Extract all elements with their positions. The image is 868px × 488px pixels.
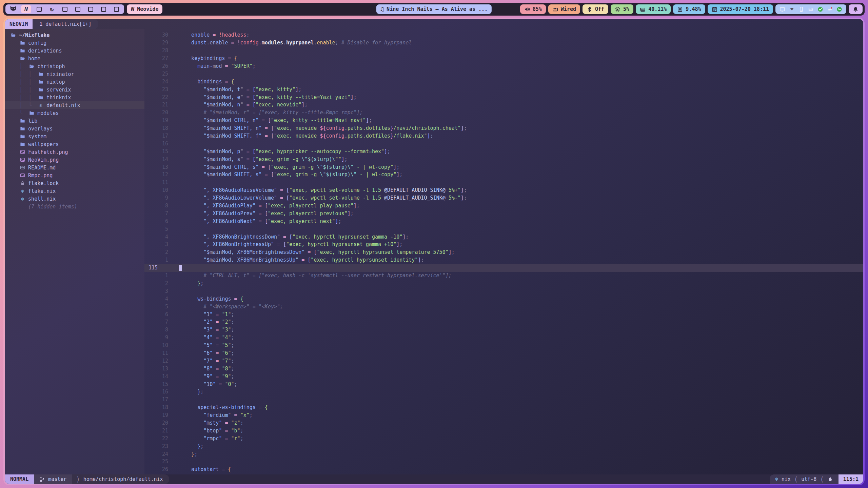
tray-phone-icon[interactable] [798,6,804,12]
tree-item-servenix[interactable]: │ │ servenix [5,86,144,94]
code-line[interactable]: 16 }; [144,388,863,396]
code-line[interactable]: 3 [144,287,863,295]
workspace-4[interactable]: ↻ [45,4,58,14]
code-line[interactable]: 23 }; [144,442,863,450]
tree-item-derivations[interactable]: derivations [5,47,144,55]
notifications-button[interactable] [849,4,863,14]
code-line[interactable]: 14 "9" = "9"; [144,372,863,380]
code-line[interactable]: 2 "$mainMod, XF86MonBrightnessDown" = ["… [144,248,863,256]
code-line[interactable]: 7 "2" = "2"; [144,318,863,326]
active-window-title[interactable]: N Neovide [127,4,162,14]
tree-item-flake.lock[interactable]: flake.lock [5,179,144,187]
code-line[interactable]: 23 "$mainMod, t" = ["exec, kitty"]; [144,85,863,93]
workspace-switcher[interactable]: N↻ [5,4,124,14]
workspace-8[interactable] [97,4,110,14]
tree-item-home[interactable]: home [5,55,144,62]
tree-item-flake.nix[interactable]: ❄flake.nix [5,187,144,195]
code-line[interactable]: 5 [144,225,863,233]
code-line[interactable]: 20 # "$mainMod, r" = ["exec, kitty --tit… [144,109,863,117]
network-pill[interactable]: Wired [548,4,580,14]
workspace-1[interactable] [7,4,20,14]
disk-pill[interactable]: 9.48% [673,4,705,14]
code-line[interactable]: 10 ", XF86AudioRaiseVolume" = ["exec, wp… [144,186,863,194]
code-line[interactable]: 11 [144,179,863,186]
workspace-3[interactable] [33,4,45,14]
code-line[interactable]: 19 "ferdium" = "x"; [144,411,863,419]
memory-pill[interactable]: 40.11% [636,4,671,14]
bluetooth-pill[interactable]: Off [583,4,608,14]
code-line[interactable]: 4 ", XF86MonBrightnessDown" = ["exec, hy… [144,233,863,241]
tray-keyboard-icon[interactable] [808,6,814,12]
tree-item-overlays[interactable]: overlays [5,125,144,133]
tree-item-nixinator[interactable]: │ │ nixinator [5,70,144,78]
tree-item-christoph[interactable]: │ christoph [5,62,144,70]
tree-item-modules[interactable]: └ modules [5,109,144,117]
code-line[interactable]: 28 [144,47,863,55]
code-line[interactable]: 4 ws-bindings = { [144,295,863,303]
code-line[interactable]: 5 # "<Workspace>" = "<Key>"; [144,303,863,310]
code-line[interactable]: 16 [144,140,863,147]
workspace-7[interactable] [84,4,97,14]
workspace-2[interactable]: N [20,4,33,14]
workspace-5[interactable] [58,4,71,14]
code-line[interactable]: 29 dunst.enable = !config.modules.hyprpa… [144,39,863,47]
tree-item-default.nix[interactable]: │ └ ❄default.nix [5,101,144,109]
code-line[interactable]: 15 "10" = "0"; [144,380,863,388]
code-line[interactable]: 20 "msty" = "z"; [144,419,863,427]
code-line[interactable]: 8 ", XF86AudioPlay" = ["exec, playerctl … [144,202,863,210]
tree-item-nixtop[interactable]: │ │ nixtop [5,78,144,86]
tree-item--7-hidden-items-[interactable]: (7 hidden items) [5,203,144,210]
cursor-line[interactable]: 115 [144,264,863,272]
code-line[interactable]: 1 # "CTRL ALT, t" = ["exec, bash -c 'sys… [144,272,863,280]
code-line[interactable]: 26 autostart = { [144,466,863,473]
code-line[interactable]: 10 "5" = "5"; [144,342,863,349]
code-line[interactable]: 12 "7" = "7"; [144,357,863,365]
code-line[interactable]: 1 "$mainMod, XF86MonBrightnessUp" = ["ex… [144,256,863,264]
code-line[interactable]: 24 }; [144,450,863,458]
code-line[interactable]: 3 ", XF86MonBrightnessUp" = ["exec, hypr… [144,241,863,248]
tree-item-wallpapers[interactable]: wallpapers [5,140,144,148]
tree-item-system[interactable]: system [5,133,144,140]
tree-item-thinknix[interactable]: │ │ thinknix [5,94,144,101]
code-line[interactable]: 13 "$mainMod CTRL, s" = ["exec, grim -g … [144,163,863,171]
code-line[interactable]: 17 "$mainMod SHIFT, f" = ["exec, neovide… [144,132,863,140]
code-line[interactable]: 2 }; [144,280,863,287]
code-line[interactable]: 22 "rmpc" = "r"; [144,434,863,442]
code-line[interactable]: 14 "$mainMod, s" = ["exec, grim -g \"$(s… [144,155,863,163]
workspace-9[interactable] [110,4,123,14]
code-line[interactable]: 7 ", XF86AudioPrev" = ["exec, playerctl … [144,209,863,217]
code-line[interactable]: 22 "$mainMod, e" = ["exec, kitty --title… [144,93,863,101]
tray-mouse-icon[interactable] [827,6,833,12]
code-line[interactable]: 18 special-ws-bindings = { [144,404,863,411]
tray-triangle-icon[interactable] [789,6,795,12]
tree-item-shell.nix[interactable]: ❄shell.nix [5,195,144,203]
code-line[interactable]: 25 [144,458,863,466]
code-line[interactable]: 25 [144,70,863,78]
tree-item-neovim.png[interactable]: NeoVim.png [5,156,144,164]
code-line[interactable]: 13 "8" = "8"; [144,365,863,372]
tray-check-icon[interactable] [817,6,823,12]
code-line[interactable]: 26 main-mod = "SUPER"; [144,62,863,70]
code-line[interactable]: 27 keybindings = { [144,55,863,62]
clock-pill[interactable]: 2025-07-20 18:11 [708,4,773,14]
code-line[interactable]: 15 "$mainMod, p" = ["exec, hyprpicker --… [144,147,863,155]
code-line[interactable]: 21 "btop" = "b"; [144,427,863,434]
tree-item-lib[interactable]: lib [5,117,144,125]
code-line[interactable]: 30 enable = !headless; [144,31,863,39]
tree-item-readme.md[interactable]: README.md [5,164,144,171]
tree-item-fastfetch.png[interactable]: FastFetch.png [5,148,144,156]
code-line[interactable]: 11 "6" = "6"; [144,349,863,357]
code-line[interactable]: 18 "$mainMod SHIFT, n" = ["exec, neovide… [144,124,863,132]
code-line[interactable]: 21 "$mainMod, n" = ["exec, neovide"]; [144,101,863,109]
code-line[interactable]: 8 "3" = "3"; [144,326,863,334]
code-line[interactable]: 24 bindings = { [144,78,863,85]
music-player-widget[interactable]: ♫ Nine Inch Nails – As Alive as ... [376,4,492,14]
tree-item--nixflake[interactable]: ~/NixFlake [5,31,144,39]
code-buffer[interactable]: 30 enable = !headless;29 dunst.enable = … [144,29,863,474]
code-line[interactable]: 6 ", XF86AudioNext" = ["exec, playerctl … [144,217,863,225]
code-line[interactable]: 9 "4" = "4"; [144,334,863,342]
tray-window-icon[interactable] [780,6,785,12]
volume-pill[interactable]: 85% [520,4,546,14]
tray-key-icon[interactable] [836,6,842,12]
code-line[interactable]: 17 [144,396,863,404]
